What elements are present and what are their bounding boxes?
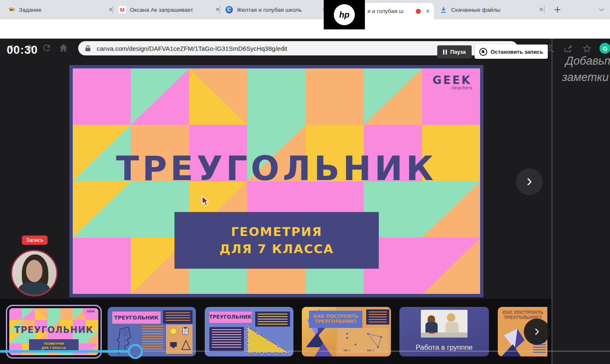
pattern-cell — [60, 308, 73, 320]
chevron-down-icon[interactable] — [597, 5, 606, 14]
thumbnail-slide-5[interactable]: Работа в групппе — [399, 307, 489, 356]
webcam-preview[interactable] — [11, 250, 58, 296]
tab-gmail[interactable]: M Оксана Ак запрашивает × — [115, 3, 224, 16]
screen: Задание × M Оксана Ак запрашивает × C Же… — [0, 0, 610, 364]
tab-downloads[interactable]: Скачанные файлы × — [436, 3, 548, 16]
browser-tab-bar: Задание × M Оксана Ак запрашивает × C Же… — [0, 0, 610, 19]
thumb-title: ТРЕУГОЛЬНИК — [112, 312, 161, 324]
geek-logo-text: GEEK — [433, 75, 472, 86]
stop-label: Остановить запись — [491, 49, 543, 55]
thumb-textbox — [163, 310, 192, 324]
thumbnail-slide-3[interactable]: ТРЕУГОЛЬНИК — [205, 307, 293, 356]
thumb-title: ТРЕУГОЛЬНИК — [9, 325, 98, 335]
construction-diagram: РИС. 1 РИС. 2 — [338, 328, 388, 354]
pattern-cell — [22, 308, 34, 320]
children-photo — [421, 310, 467, 338]
lock-icon — [85, 45, 91, 52]
pattern-cell — [422, 181, 481, 238]
pattern-cell — [9, 308, 22, 320]
next-slide-button[interactable] — [516, 168, 543, 195]
thumb-title: ТРЕУГОЛЬНИК — [209, 312, 252, 323]
slide-subtitle-line2: ДЛЯ 7 КЛАССА — [219, 241, 334, 257]
hp-logo: hp — [334, 4, 355, 25]
pattern-cell — [73, 238, 131, 294]
slide-subtitle-box: ГЕОМЕТРИЯ ДЛЯ 7 КЛАССА — [174, 212, 379, 269]
slide-title: ТРЕУГОЛЬНИК — [73, 149, 480, 188]
tab-separator — [219, 5, 220, 14]
mouse-cursor — [201, 195, 211, 207]
thumb-textbox — [366, 309, 389, 325]
filmstrip-next-button[interactable] — [524, 319, 550, 345]
pattern-cell — [189, 68, 248, 125]
pause-button[interactable]: Пауза — [437, 45, 472, 58]
close-icon[interactable]: × — [424, 8, 431, 15]
pattern-cell — [247, 68, 306, 125]
thumb-geek-logo: GEEK — [83, 308, 98, 315]
tab-title: Оксана Ак запрашивает — [130, 7, 210, 13]
seek-track[interactable] — [143, 351, 610, 352]
thumb-textbox — [255, 312, 290, 327]
pattern-cell — [364, 68, 422, 125]
stop-recording-button[interactable]: Остановить запись — [475, 45, 548, 59]
thumbnail-slide-2[interactable]: ТРЕУГОЛЬНИК — [108, 307, 196, 356]
gmail-icon: M — [119, 6, 126, 13]
recording-dot-icon — [416, 9, 421, 14]
tab-separator — [544, 5, 544, 14]
notes-placeholder: Добавьте заметки — [562, 53, 610, 86]
thumb-textbox — [209, 327, 244, 351]
thumb-icons-panel — [166, 325, 193, 354]
slide-subtitle-line1: ГЕОМЕТРИЯ — [231, 223, 322, 240]
thumb-body-text — [142, 326, 163, 351]
close-icon[interactable]: × — [107, 6, 114, 13]
hp-logo-overlay: hp — [324, 0, 365, 29]
canva-icon: C — [225, 6, 233, 13]
pause-icon — [443, 50, 447, 55]
pause-label: Пауза — [450, 49, 466, 55]
graduation-cap-icon — [8, 6, 15, 13]
geek-logo: GEEK /teachers — [424, 68, 480, 97]
new-tab-button[interactable] — [552, 5, 562, 15]
pattern-cell — [73, 68, 131, 125]
browser-toolbar: canva.com/design/DAFVA1ceZFM/1TaGo-lG31S… — [0, 19, 610, 39]
close-icon[interactable]: × — [214, 6, 221, 13]
pattern-cell — [73, 181, 131, 238]
download-icon — [440, 6, 447, 13]
tab-canva-1[interactable]: C Желтая и голубая школь × — [222, 3, 331, 16]
stop-icon — [479, 48, 487, 56]
slide-canvas[interactable]: ТРЕУГОЛЬНИК ГЕОМЕТРИЯ ДЛЯ 7 КЛАССА GEEK … — [69, 65, 483, 297]
thumb-title: КАК ПОСТРОИТЬ ТРЕУГОЛЬНИК? — [312, 314, 360, 325]
thumb-title-banner: КАК ПОСТРОИТЬ ТРЕУГОЛЬНИК? — [309, 311, 362, 327]
tab-separator — [113, 5, 113, 14]
pattern-cell — [35, 308, 48, 320]
pattern-cell — [9, 343, 22, 355]
tab-task[interactable]: Задание × — [4, 3, 118, 16]
notes-panel[interactable] — [552, 39, 610, 364]
pattern-cell — [306, 68, 364, 125]
tab-title: Скачанные файлы — [451, 7, 534, 13]
reload-icon[interactable] — [42, 43, 52, 53]
geek-logo-sub: /teachers — [452, 86, 473, 90]
tab-title: я и голубая ш — [367, 8, 412, 14]
triangle-diagram — [246, 326, 291, 354]
tab-title: Задание — [19, 7, 103, 13]
pattern-cell — [48, 308, 60, 320]
pattern-cell — [86, 343, 98, 355]
url-text: canva.com/design/DAFVA1ceZFM/1TaGo-lG31S… — [97, 45, 287, 52]
recording-badge: Запись — [22, 236, 48, 245]
pattern-cell — [131, 68, 189, 125]
thumbnail-slide-1[interactable]: ТРЕУГОЛЬНИК ГЕОМЕТРИЯ ДЛЯ 7 КЛАССА GEEK — [9, 308, 98, 355]
thumbnail-slide-4[interactable]: КАК ПОСТРОИТЬ ТРЕУГОЛЬНИК? РИС. 1 РИС. 2 — [302, 307, 391, 356]
recording-timer: 00:30 — [7, 44, 38, 57]
home-icon[interactable] — [58, 43, 69, 53]
tab-title: Желтая и голубая школь — [237, 7, 317, 13]
seek-handle[interactable] — [128, 344, 143, 359]
pattern-cell — [422, 238, 481, 294]
seek-progress[interactable] — [0, 350, 128, 353]
